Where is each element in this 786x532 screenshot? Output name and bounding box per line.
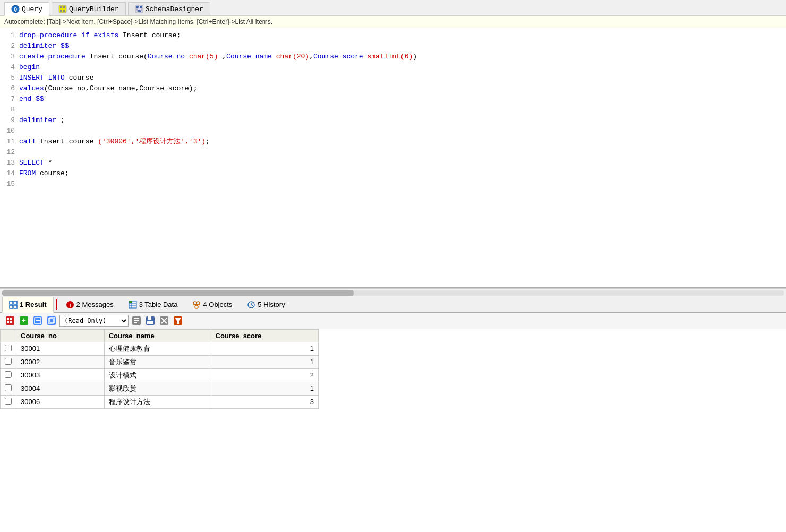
tab-tabledata-label: 3 Table Data (139, 301, 178, 308)
add-row-button[interactable]: + (18, 315, 30, 327)
svg-point-28 (196, 302, 200, 305)
tab-messages[interactable]: i 2 Messages (59, 297, 121, 312)
cell-course-name: 音乐鉴赏 (104, 355, 211, 368)
row-checkbox[interactable] (5, 384, 12, 391)
cell-course-score: 1 (211, 355, 318, 368)
cell-course-name: 心理健康教育 (104, 342, 211, 355)
row-checkbox-cell (1, 382, 16, 395)
code-line-2: 2 delimiter $$ (0, 41, 786, 52)
col-header-course-no[interactable]: Course_no (16, 329, 105, 342)
svg-rect-52 (148, 316, 151, 320)
duplicate-button[interactable] (46, 315, 57, 327)
row-checkbox[interactable] (5, 345, 12, 351)
query-icon: Q (11, 5, 20, 13)
row-checkbox[interactable] (5, 358, 12, 365)
filter-button[interactable] (172, 315, 184, 327)
cell-course-score: 3 (211, 395, 318, 408)
table-row[interactable]: 30003设计模式2 (1, 368, 319, 382)
save-button[interactable] (144, 315, 156, 327)
row-checkbox-cell (1, 368, 16, 382)
top-tab-bar: Q Query QueryBuilder (0, 0, 786, 16)
table-row[interactable]: 30001心理健康教育1 (1, 342, 319, 355)
svg-rect-9 (140, 6, 142, 8)
table-row[interactable]: 30004影视欣赏1 (1, 382, 319, 395)
col-header-course-score[interactable]: Course_score (211, 329, 318, 342)
bottom-tab-bar: 1 Result i 2 Messages (0, 297, 786, 313)
cell-course-score: 1 (211, 382, 318, 395)
cell-course-no: 30003 (16, 368, 105, 382)
code-line-6: 6 values(Course_no,Course_name,Course_sc… (0, 83, 786, 94)
row-checkbox[interactable] (5, 398, 12, 405)
row-checkbox[interactable] (5, 371, 12, 378)
tabledata-icon (129, 300, 137, 309)
delete-row-button[interactable] (32, 315, 44, 327)
cell-course-score: 2 (211, 368, 318, 382)
tab-objects[interactable]: 4 Objects (185, 297, 239, 312)
tab-querybuilder[interactable]: QueryBuilder (52, 2, 126, 15)
tab-tabledata[interactable]: 3 Table Data (122, 297, 185, 312)
svg-line-33 (251, 305, 253, 306)
svg-rect-38 (10, 321, 12, 323)
table-row[interactable]: 30002音乐鉴赏1 (1, 355, 319, 368)
export-button[interactable] (4, 315, 16, 327)
scrollbar-track[interactable] (2, 290, 784, 296)
code-editor[interactable]: 1 drop procedure if exists Insert_course… (0, 28, 786, 288)
code-line-8: 8 (0, 105, 786, 115)
querybuilder-icon (58, 5, 67, 13)
table-row[interactable]: 30006程序设计方法3 (1, 395, 319, 408)
code-line-12: 12 (0, 147, 786, 158)
cell-course-no: 30004 (16, 382, 105, 395)
tab-schemadesigner-label: SchemaDesigner (146, 5, 203, 13)
svg-rect-8 (136, 6, 139, 8)
mode-select[interactable]: (Read Only) Editable (59, 315, 129, 327)
tab-history-label: 5 History (258, 301, 285, 308)
row-checkbox-cell (1, 395, 16, 408)
svg-rect-6 (63, 10, 65, 12)
cell-course-no: 30002 (16, 355, 105, 368)
objects-icon (192, 300, 201, 309)
cell-course-name: 影视欣赏 (104, 382, 211, 395)
svg-text:Q: Q (14, 7, 17, 13)
svg-rect-3 (60, 6, 62, 8)
horizontal-scrollbar[interactable] (0, 288, 786, 297)
result-table: Course_no Course_name Course_score 30001… (0, 329, 319, 409)
svg-point-27 (193, 302, 196, 305)
tab-divider (56, 299, 57, 310)
code-line-11: 11 call Insert_course ('30006','程序设计方法',… (0, 136, 786, 147)
col-header-course-name[interactable]: Course_name (104, 329, 211, 342)
code-line-9: 9 delimiter ; (0, 115, 786, 126)
tab-objects-label: 4 Objects (203, 301, 232, 308)
code-line-13: 13 SELECT * (0, 158, 786, 168)
table-header-row: Course_no Course_name Course_score (1, 329, 319, 342)
bottom-panel: 1 Result i 2 Messages (0, 297, 786, 532)
cell-course-name: 程序设计方法 (104, 395, 211, 408)
result-toolbar: + (Read Only) Editable (0, 313, 786, 329)
tab-result-label: 1 Result (20, 301, 47, 308)
row-checkbox-cell (1, 342, 16, 355)
code-line-15: 15 (0, 179, 786, 190)
tab-schemadesigner[interactable]: SchemaDesigner (128, 2, 210, 15)
svg-rect-35 (7, 318, 9, 320)
cell-course-no: 30001 (16, 342, 105, 355)
discard-button[interactable] (158, 315, 170, 327)
tab-query[interactable]: Q Query (4, 2, 49, 16)
svg-rect-36 (10, 318, 12, 320)
code-line-10: 10 (0, 126, 786, 136)
result-table-wrapper: Course_no Course_name Course_score 30001… (0, 329, 786, 532)
autocomplete-hint: Autocomplete: [Tab]->Next Item. [Ctrl+Sp… (0, 16, 786, 28)
row-checkbox-cell (1, 355, 16, 368)
svg-rect-4 (63, 6, 65, 8)
apply-button[interactable] (131, 315, 142, 327)
error-icon: i (66, 300, 74, 309)
svg-rect-5 (60, 10, 62, 12)
tab-result[interactable]: 1 Result (2, 297, 54, 313)
tab-querybuilder-label: QueryBuilder (69, 5, 119, 13)
cell-course-score: 1 (211, 342, 318, 355)
schemadesigner-icon (135, 5, 143, 13)
code-line-5: 5 INSERT INTO course (0, 73, 786, 83)
scrollbar-thumb[interactable] (2, 290, 354, 296)
code-line-14: 14 FROM course; (0, 168, 786, 179)
col-header-checkbox (1, 329, 16, 342)
code-line-3: 3 create procedure Insert_course(Course_… (0, 52, 786, 62)
tab-history[interactable]: 5 History (240, 297, 292, 312)
